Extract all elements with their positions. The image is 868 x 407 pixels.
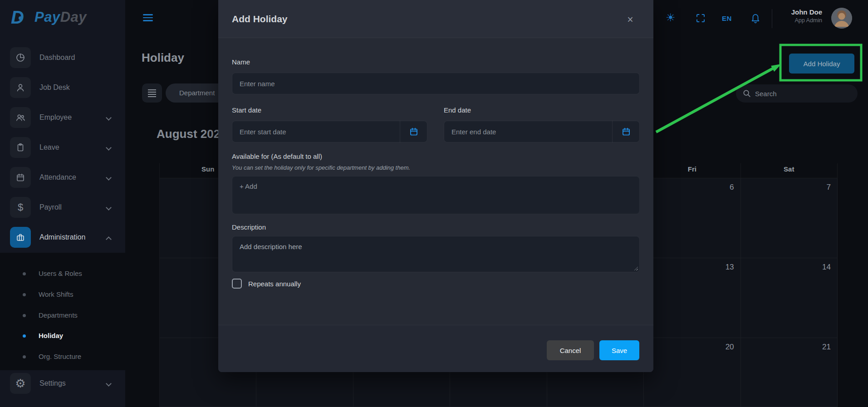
repeats-annually-row[interactable]: Repeats annually <box>232 279 301 289</box>
avatar[interactable] <box>831 8 852 29</box>
start-date-label: Start date <box>232 106 261 114</box>
chevron-down-icon <box>106 205 112 211</box>
end-date-field[interactable]: Enter end date <box>444 121 640 142</box>
start-date-placeholder: Enter start date <box>232 128 400 136</box>
calendar-icon <box>10 167 31 188</box>
administration-submenu: Users & Roles Work Shifts Departments Ho… <box>0 253 125 370</box>
language-selector[interactable]: EN <box>722 15 732 22</box>
add-holiday-modal: Add Holiday × Name Start date Enter star… <box>218 0 653 372</box>
bullet-icon <box>23 334 26 338</box>
sidebar-item-label: Administration <box>39 227 85 248</box>
sidebar-item-label: Leave <box>39 137 59 158</box>
available-for-label: Available for (As default to all) <box>232 152 322 160</box>
topbar-divider <box>772 9 772 28</box>
calendar-cell-date[interactable]: 6 <box>644 178 740 258</box>
user-menu[interactable]: John Doe App Admin <box>777 8 822 24</box>
sidebar-item-label: Job Desk <box>39 77 70 98</box>
sidebar: D PayDay Dashboard Job Desk Employee <box>0 0 125 407</box>
submenu-item-label: Holiday <box>39 332 63 339</box>
search-icon <box>742 89 751 98</box>
dollar-icon: $ <box>10 197 31 218</box>
submenu-item-work-shifts[interactable]: Work Shifts <box>0 288 125 302</box>
bullet-icon <box>23 272 26 275</box>
name-label: Name <box>232 58 250 66</box>
repeats-annually-checkbox[interactable] <box>232 279 242 289</box>
name-field[interactable] <box>232 73 640 94</box>
sidebar-item-label: Settings <box>39 373 66 394</box>
search-input[interactable] <box>755 90 846 98</box>
app-root: D PayDay Dashboard Job Desk Employee <box>0 0 868 407</box>
sidebar-item-label: Dashboard <box>39 47 75 68</box>
calendar-cell-date[interactable]: 7 <box>741 178 838 258</box>
submenu-item-org-structure[interactable]: Org. Structure <box>0 350 125 364</box>
submenu-item-label: Users & Roles <box>39 270 82 277</box>
view-list-button[interactable] <box>142 83 162 103</box>
available-for-hint: You can set the holiday only for specifi… <box>232 164 410 171</box>
end-date-placeholder: Enter end date <box>444 128 612 136</box>
sidebar-item-job-desk[interactable]: Job Desk <box>10 77 115 98</box>
sidebar-item-leave[interactable]: Leave <box>10 137 115 158</box>
payday-logo[interactable]: D PayDay <box>11 5 87 30</box>
modal-title: Add Holiday <box>232 0 288 38</box>
page-title: Holiday <box>142 51 184 65</box>
calendar-picker-icon[interactable] <box>612 121 639 142</box>
day-header-sat: Sat <box>741 163 838 178</box>
submenu-item-users-roles[interactable]: Users & Roles <box>0 267 125 281</box>
modal-footer: Cancel Save <box>218 325 653 372</box>
cancel-button[interactable]: Cancel <box>547 340 594 360</box>
sidebar-item-label: Payroll <box>39 197 62 218</box>
briefcase-icon <box>10 227 31 248</box>
logo-text-secondary: Day <box>60 9 87 25</box>
fullscreen-icon[interactable] <box>695 13 706 24</box>
bullet-icon <box>23 293 26 296</box>
description-label: Description <box>232 223 266 231</box>
payday-logo-icon: D <box>11 7 32 28</box>
user-name: John Doe <box>777 8 822 16</box>
calendar-cell-date[interactable]: 21 <box>741 338 838 407</box>
available-for-add-area[interactable]: + Add <box>232 176 640 214</box>
add-department-chip[interactable]: + Add <box>240 182 257 190</box>
theme-sun-icon[interactable]: ☀ <box>666 12 676 23</box>
modal-header: Add Holiday × <box>218 0 653 38</box>
calendar-cell-date[interactable]: 14 <box>741 258 838 338</box>
chevron-down-icon <box>106 381 112 387</box>
sidebar-item-label: Attendance <box>39 167 76 188</box>
end-date-label: End date <box>444 106 471 114</box>
name-input[interactable] <box>232 73 639 94</box>
submenu-item-label: Work Shifts <box>39 290 73 298</box>
logo-text-primary: Pay <box>34 9 60 25</box>
clipboard-icon <box>10 137 31 158</box>
bullet-icon <box>23 355 26 358</box>
submenu-item-holiday[interactable]: Holiday <box>0 329 125 343</box>
close-icon[interactable]: × <box>624 14 636 25</box>
add-holiday-button[interactable]: Add Holiday <box>789 54 854 74</box>
gear-icon: ⚙ <box>10 373 31 394</box>
save-button[interactable]: Save <box>599 340 639 360</box>
calendar-cell-date[interactable]: 20 <box>644 338 740 407</box>
description-field[interactable] <box>232 236 640 272</box>
sidebar-item-payroll[interactable]: $ Payroll <box>10 197 115 218</box>
search-bar[interactable] <box>736 84 858 103</box>
sidebar-item-attendance[interactable]: Attendance <box>10 167 115 188</box>
submenu-item-departments[interactable]: Departments <box>0 309 125 323</box>
sidebar-item-settings[interactable]: ⚙ Settings <box>10 373 115 394</box>
user-role: App Admin <box>777 17 822 24</box>
calendar-cell-date[interactable]: 13 <box>644 258 740 338</box>
calendar-month-title: August 2021 <box>157 127 227 141</box>
chevron-down-icon <box>106 115 112 121</box>
annotation-arrowhead <box>771 64 781 72</box>
sidebar-toggle-button[interactable] <box>143 14 153 23</box>
sidebar-item-dashboard[interactable]: Dashboard <box>10 47 115 68</box>
day-header-fri: Fri <box>644 163 740 178</box>
calendar-picker-icon[interactable] <box>400 121 427 142</box>
chevron-up-icon <box>106 236 112 242</box>
repeats-annually-label: Repeats annually <box>248 280 301 288</box>
submenu-item-label: Org. Structure <box>39 353 81 360</box>
sidebar-item-employee[interactable]: Employee <box>10 107 115 128</box>
description-textarea[interactable] <box>232 236 639 272</box>
notifications-bell-icon[interactable] <box>750 12 761 25</box>
submenu-item-label: Departments <box>39 311 78 319</box>
chevron-down-icon <box>106 175 112 181</box>
start-date-field[interactable]: Enter start date <box>232 121 427 142</box>
sidebar-item-administration[interactable]: Administration <box>10 227 115 248</box>
